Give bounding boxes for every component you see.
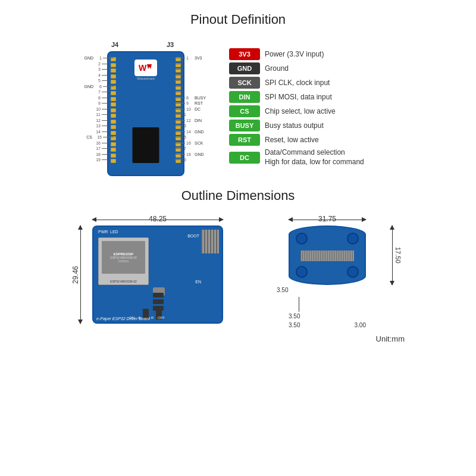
pin-15-left: CS 15 [80,135,114,139]
pin-num-1r: 1 [186,56,193,60]
pin-num-8r: 8 [186,96,193,100]
pin-17-right: 17 [174,146,211,151]
pin-line [174,64,180,64]
pin-desc-3v3: Power (3.3V input) [265,50,324,58]
pin-14-right: 14 GND [174,130,211,134]
fpc-lines [201,230,219,253]
pin-num-11r: 11 [181,112,189,117]
esp32-freq: 240MHz [118,259,129,263]
pin-6-left: GND 6 [80,84,114,89]
pin-17-left: 17 [80,146,114,151]
pin-15-right: 15 [174,135,211,139]
conn-dim-label-width: 31.75 [289,215,366,223]
page: Pinout Definition J4 J3 W [0,0,476,476]
dim-label-height: 29.46 [71,226,80,324]
pin-badge-rst: RST [229,134,260,146]
pin-num-6r: 6 [181,84,189,89]
pin-num-10: 10 [80,107,101,111]
pin-13-left: 13 [80,124,114,128]
pin-7-right: 7 [174,90,211,94]
pin-line [174,148,180,149]
pin-19-left: 19 [80,158,114,162]
dim-vert-line-1 [299,297,299,312]
pin-line [102,75,108,76]
pin-desc-dc: Data/Command selectionHigh for data, low… [265,148,364,167]
pin-line [102,143,108,143]
left-pin-labels: GND 1 2 3 4 [80,56,114,162]
pin-label-3v3: 3V3 [195,56,208,60]
pin-num-13: 13 [80,124,101,128]
pin-10-right: 10 DC [174,107,211,111]
board-label: e-Paper ESP32 Driver Board [96,317,150,321]
mount-hole-tl [296,233,308,245]
pin-12-left: 12 [80,118,114,123]
pin-num-4r: 4 [181,73,189,77]
pin-num-19: 19 [80,158,101,162]
pin-num-9: 9 [80,101,101,105]
pin-num-16r: 16 [186,141,193,145]
conn-right-dim-line [392,226,393,285]
pinout-title: Pinout Definition [190,12,286,27]
pin-def-3v3: 3V3 Power (3.3V input) [229,48,396,60]
pin-line [174,154,185,155]
pin-line [102,114,108,115]
pin-4-right: 4 [174,73,211,77]
pin-num-3r: 3 [181,67,189,71]
pin-num-17: 17 [80,146,101,151]
pcb-logo-box: W [134,60,157,76]
pin-def-din: DIN SPI MOSI, data input [229,91,396,103]
pin-num-10r: 10 [186,107,193,111]
pin-num-12: 12 [80,118,101,123]
pin-8-left: 8 [80,96,114,100]
pwr-text: PWR [98,230,108,234]
mount-hole-tr [347,233,359,245]
pin-num-5r: 5 [181,79,189,83]
pin-6-right: 6 [174,84,211,89]
dim-label-left-bottom: 3.50 [289,313,300,320]
pin-badge-busy: BUSY [229,120,260,131]
pin-3-right: 3 [174,67,211,71]
pin-badge-sck: SCK [229,77,260,89]
pin-line [174,131,185,132]
pin-desc-busy: Busy status output [265,121,324,130]
pin-label-din: DIN [195,118,208,123]
unit-label: Unit:mm [376,334,405,343]
pin-def-dc: DC Data/Command selectionHigh for data, … [229,148,396,167]
pin-line [102,126,108,126]
pin-line [174,80,180,81]
pin-desc-din: SPI MOSI, data input [265,93,332,101]
pin-11-right: 11 [174,112,211,117]
pin-5-right: 5 [174,79,211,83]
pin-7-left: 7 [80,90,114,94]
pin-num-18r: 18 [186,152,193,156]
pin-num-5: 5 [80,79,101,83]
pin-def-sck: SCK SPI CLK, clock input [229,77,396,89]
pin-14-left: 14 [80,130,114,134]
pin-line [174,69,180,70]
pin-num-7: 7 [80,90,101,94]
pin-11-left: 11 [80,112,114,117]
left-dim-line [80,226,81,324]
pin-num-8: 8 [80,96,101,100]
pin-num-3: 3 [80,67,101,71]
pin-num-1: 1 [95,56,102,60]
esp32-die: ESPRESSIF ESP32-WROOM-32 240MHz [102,241,145,274]
dim-bottom-3-50: 3.50 [289,322,300,328]
right-pin-labels: 1 3V3 2 3 4 5 6 7 8 BUSY [174,56,211,162]
pin-line [103,137,114,137]
fpc-connector [201,230,219,253]
pin-num-12r: 12 [186,118,193,123]
pin-2-right: 2 [174,62,211,66]
mount-hole-bl [296,266,308,278]
pin-line [174,109,185,109]
pin-line [102,131,108,132]
pin-label-sck: SCK [195,141,208,145]
conn-arrow-down [390,281,394,286]
pin-badge-cs: CS [229,105,260,117]
outline-title: Outline Dimensions [18,188,458,203]
esp32-dim-container: 48.25 29.46 PWR LED ESPRESSI [71,212,250,349]
module-subtext: ESP32-WROOM-32 [110,280,137,283]
pin-line [174,98,185,98]
pin-line [102,69,108,70]
pin-13-right: 13 [174,124,211,128]
